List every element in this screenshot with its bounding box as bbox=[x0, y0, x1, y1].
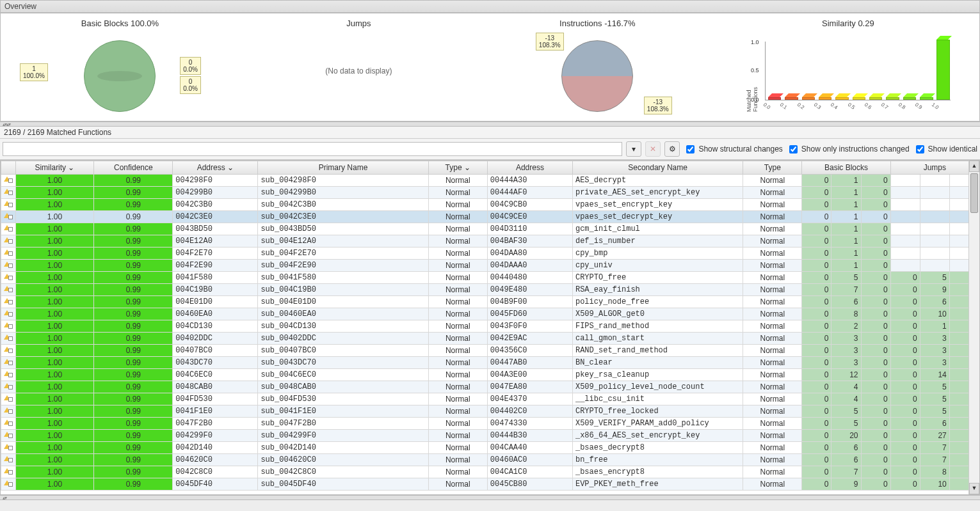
similarity-xtick: 0.1 bbox=[779, 102, 788, 111]
table-row[interactable]: 1.000.990047F2B0sub_0047F2B0Normal004743… bbox=[1, 418, 979, 430]
table-row[interactable]: 1.000.99004298F0sub_004298F0Normal00444A… bbox=[1, 175, 979, 187]
show-identical-label: Show identical bbox=[928, 145, 977, 153]
row-status-icon bbox=[3, 187, 13, 196]
column-header[interactable]: Basic Blocks bbox=[802, 161, 890, 175]
basic-blocks-title: Basic Blocks 100.0% bbox=[1, 19, 239, 28]
table-row[interactable]: 1.000.99004299B0sub_004299B0Normal00444A… bbox=[1, 187, 979, 199]
similarity-xtick: 0.9 bbox=[914, 102, 923, 111]
callout-bb-2: 00.0% bbox=[180, 57, 201, 75]
scroll-down-arrow[interactable]: ▼ bbox=[969, 483, 979, 494]
table-row[interactable]: 1.000.9900402DDCsub_00402DDCNormal0042E9… bbox=[1, 333, 979, 345]
callout-bb-1: 1100.0% bbox=[20, 63, 48, 81]
table-row[interactable]: 1.000.9900407BC0sub_00407BC0Normal004356… bbox=[1, 345, 979, 357]
similarity-bar bbox=[768, 93, 780, 100]
scroll-thumb[interactable] bbox=[970, 173, 978, 213]
table-row[interactable]: 1.000.99004F2E70sub_004F2E70Normal004DAA… bbox=[1, 248, 979, 260]
clear-filter-button[interactable]: ✕ bbox=[645, 141, 661, 157]
table-row[interactable]: 1.000.99004620C0sub_004620C0Normal00460A… bbox=[1, 454, 979, 466]
similarity-xtick: 1.0 bbox=[931, 102, 940, 111]
row-status-icon bbox=[3, 358, 13, 366]
table-row[interactable]: 1.000.990041F1E0sub_0041F1E0Normal004402… bbox=[1, 405, 979, 418]
row-status-icon bbox=[3, 224, 13, 233]
row-status-icon bbox=[3, 333, 13, 342]
show-instructions-label: Show only instructions changed bbox=[801, 145, 910, 153]
row-status-icon bbox=[3, 430, 13, 439]
close-icon: ✕ bbox=[650, 145, 656, 153]
column-header[interactable]: Confidence bbox=[94, 161, 173, 175]
row-status-icon bbox=[3, 297, 13, 306]
column-header[interactable]: Secondary Name bbox=[572, 161, 743, 175]
bottom-split-divider[interactable]: ▴▾ bbox=[0, 495, 980, 500]
row-status-icon bbox=[3, 370, 13, 379]
column-header[interactable]: Type ⌄ bbox=[428, 161, 487, 175]
table-row[interactable]: 1.000.99004CD130sub_004CD130Normal0043F0… bbox=[1, 320, 979, 333]
filter-input[interactable] bbox=[3, 142, 622, 156]
table-row[interactable]: 1.000.99004299F0sub_004299F0Normal00444B… bbox=[1, 430, 979, 442]
table-row[interactable]: 1.000.990041F580sub_0041F580Normal004404… bbox=[1, 272, 979, 284]
table-row[interactable]: 1.000.990042D140sub_0042D140Normal004CAA… bbox=[1, 442, 979, 454]
column-header[interactable]: Address bbox=[487, 161, 572, 175]
row-status-icon bbox=[3, 285, 13, 294]
callout-bb-3: 00.0% bbox=[180, 76, 201, 94]
row-status-icon bbox=[3, 321, 13, 330]
similarity-xtick: 0.5 bbox=[846, 102, 855, 111]
similarity-bar bbox=[936, 36, 948, 100]
row-status-icon bbox=[3, 175, 13, 184]
row-status-icon bbox=[3, 248, 13, 257]
table-row[interactable]: 1.000.990043DC70sub_0043DC70Normal00447A… bbox=[1, 357, 979, 369]
similarity-yaxis-label: Matched Functions bbox=[746, 77, 759, 112]
similarity-xtick: 0.6 bbox=[864, 102, 872, 111]
functions-table-wrap: Similarity ⌄ConfidenceAddress ⌄Primary N… bbox=[0, 160, 980, 495]
show-instructions-checkbox[interactable]: Show only instructions changed bbox=[787, 143, 910, 155]
column-header[interactable] bbox=[1, 161, 16, 175]
similarity-xtick: 0.8 bbox=[897, 102, 906, 111]
table-row[interactable]: 1.000.99004FD530sub_004FD530Normal004E43… bbox=[1, 393, 979, 405]
row-status-icon bbox=[3, 236, 13, 245]
table-row[interactable]: 1.000.990048CAB0sub_0048CAB0Normal0047EA… bbox=[1, 381, 979, 393]
table-row[interactable]: 1.000.990042C3E0sub_0042C3E0Normal004C9C… bbox=[1, 211, 979, 223]
table-row[interactable]: 1.000.990045DF40sub_0045DF40Normal0045CB… bbox=[1, 478, 979, 491]
show-structural-label: Show structural changes bbox=[698, 145, 782, 153]
settings-button[interactable]: ⚙ bbox=[664, 141, 680, 157]
table-row[interactable]: 1.000.9900460EA0sub_00460EA0Normal0045FD… bbox=[1, 308, 979, 320]
similarity-xtick: 0.3 bbox=[813, 102, 822, 111]
overview-panel: Basic Blocks 100.0% 1100.0% 00.0% 00.0% … bbox=[0, 13, 980, 122]
split-divider[interactable]: ▴▾▴▾ bbox=[0, 122, 980, 127]
similarity-xtick: 0.4 bbox=[830, 102, 839, 111]
vertical-scrollbar[interactable]: ▲ ▼ bbox=[968, 161, 979, 494]
column-header[interactable]: Primary Name bbox=[258, 161, 428, 175]
table-row[interactable]: 1.000.99004C6EC0sub_004C6EC0Normal004A3E… bbox=[1, 369, 979, 381]
row-status-icon bbox=[3, 200, 13, 208]
column-header[interactable]: Jumps bbox=[890, 161, 979, 175]
table-row[interactable]: 1.000.990042C8C0sub_0042C8C0Normal004CA1… bbox=[1, 466, 979, 478]
callout-instr-2: -13108.3% bbox=[644, 97, 672, 114]
similarity-bar bbox=[785, 93, 796, 100]
column-header[interactable]: Address ⌄ bbox=[173, 161, 258, 175]
row-status-icon bbox=[3, 345, 13, 354]
similarity-bar bbox=[819, 93, 830, 100]
show-structural-checkbox[interactable]: Show structural changes bbox=[684, 143, 782, 155]
row-status-icon bbox=[3, 406, 13, 415]
table-row[interactable]: 1.000.990043BD50sub_0043BD50Normal004D31… bbox=[1, 223, 979, 235]
gear-icon: ⚙ bbox=[669, 145, 676, 153]
table-header-row[interactable]: Similarity ⌄ConfidenceAddress ⌄Primary N… bbox=[1, 161, 979, 175]
similarity-bar bbox=[802, 93, 814, 100]
table-row[interactable]: 1.000.99004E01D0sub_004E01D0Normal004B9F… bbox=[1, 296, 979, 308]
filter-toolbar: ▾ ✕ ⚙ Show structural changes Show only … bbox=[0, 139, 980, 160]
row-status-icon bbox=[3, 418, 13, 427]
table-row[interactable]: 1.000.99004F2E90sub_004F2E90Normal004DAA… bbox=[1, 260, 979, 272]
similarity-bar bbox=[920, 93, 931, 100]
table-row[interactable]: 1.000.99004C19B0sub_004C19B0Normal0049E4… bbox=[1, 284, 979, 296]
column-header[interactable]: Type bbox=[743, 161, 802, 175]
similarity-bar bbox=[835, 93, 847, 100]
table-row[interactable]: 1.000.990042C3B0sub_0042C3B0Normal004C9C… bbox=[1, 199, 979, 211]
show-identical-checkbox[interactable]: Show identical bbox=[913, 143, 977, 155]
scroll-up-arrow[interactable]: ▲ bbox=[969, 161, 979, 172]
column-header[interactable]: Similarity ⌄ bbox=[15, 161, 94, 175]
row-status-icon bbox=[3, 382, 13, 391]
similarity-xtick: 0.0 bbox=[762, 102, 771, 111]
row-status-icon bbox=[3, 394, 13, 403]
chart-jumps: Jumps (No data to display) bbox=[239, 13, 478, 121]
dropdown-button[interactable]: ▾ bbox=[626, 141, 641, 157]
table-row[interactable]: 1.000.99004E12A0sub_004E12A0Normal004BAF… bbox=[1, 235, 979, 248]
